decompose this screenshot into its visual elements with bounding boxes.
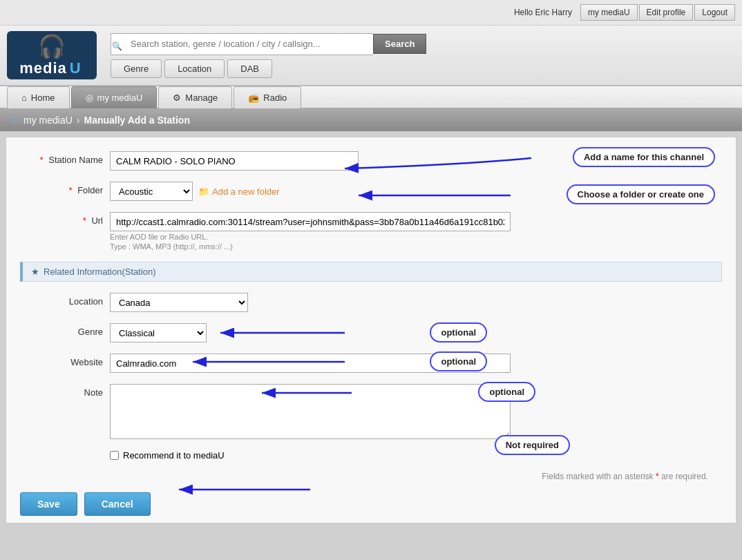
callout-optional-location: optional <box>430 322 487 342</box>
website-row: Website <box>20 354 722 373</box>
nav-pills: Genre Location DAB <box>111 59 735 78</box>
url-label: * Url <box>20 212 103 226</box>
radio-icon: 📻 <box>248 93 259 103</box>
note-label: Note <box>20 384 103 398</box>
main-nav: ⌂ Home ◎ my mediaU ⚙ Manage 📻 Radio <box>0 86 742 109</box>
logout-button[interactable]: Logout <box>694 4 735 21</box>
my-mediau-button[interactable]: my mediaU <box>580 4 638 21</box>
required-note: Fields marked with an asterisk * are req… <box>20 472 722 481</box>
breadcrumb-separator: › <box>77 115 80 126</box>
tab-home-label: Home <box>31 93 55 103</box>
search-button[interactable]: Search <box>373 34 426 54</box>
url-hint2: Type : WMA, MP3 (http://, mms:// ...) <box>110 242 511 251</box>
tab-manage[interactable]: ⚙ Manage <box>158 86 232 108</box>
tab-home[interactable]: ⌂ Home <box>7 86 70 108</box>
required-star-url: * <box>83 215 86 226</box>
breadcrumb: ◎ my mediaU › Manually Add a Station <box>0 109 742 131</box>
tab-radio[interactable]: 📻 Radio <box>234 86 301 108</box>
header: 🎧 mediaU 🔍 Search Genre Location DAB <box>0 26 742 86</box>
genre-label: Genre <box>20 323 103 337</box>
search-area: 🔍 Search Genre Location DAB <box>111 33 735 78</box>
callout-optional-website: optional <box>478 382 535 402</box>
recommend-label: Recommend it to mediaU <box>123 450 225 461</box>
tab-manage-label: Manage <box>185 93 218 103</box>
station-name-label: * Station Name <box>20 151 103 165</box>
breadcrumb-current: Manually Add a Station <box>84 115 190 126</box>
tab-my-mediau-label: my mediaU <box>97 93 143 103</box>
url-input[interactable] <box>110 212 511 231</box>
recommend-checkbox[interactable] <box>110 451 119 460</box>
recommend-checkbox-row: Recommend it to mediaU <box>110 450 225 461</box>
section-related: ★ Related Information(Station) <box>20 262 722 282</box>
location-label: Location <box>20 293 103 307</box>
save-button[interactable]: Save <box>20 492 77 516</box>
manage-icon: ⚙ <box>173 93 181 103</box>
required-star-folder: * <box>68 185 72 195</box>
folder-label: * Folder <box>20 182 103 195</box>
note-textarea[interactable] <box>110 384 511 439</box>
logo: 🎧 mediaU <box>7 31 97 79</box>
folder-icon: 📁 <box>198 186 209 197</box>
location-select[interactable]: Canada United States United Kingdom Aust… <box>110 293 248 312</box>
recommend-row: Recommend it to mediaU <box>110 450 722 461</box>
section-star-icon: ★ <box>31 267 39 277</box>
form-buttons: Save Cancel <box>20 492 722 516</box>
note-row: Note <box>20 384 722 439</box>
add-folder-link[interactable]: 📁 Add a new folder <box>198 186 280 197</box>
callout-add-channel-name: Add a name for this channel <box>573 147 715 167</box>
location-row: Location Canada United States United Kin… <box>20 293 722 312</box>
callout-optional-genre: optional <box>430 351 487 371</box>
cancel-button[interactable]: Cancel <box>84 492 151 516</box>
my-mediau-icon: ◎ <box>86 93 93 103</box>
folder-controls: Acoustic Pop Jazz Classical 📁 Add a new … <box>110 182 280 201</box>
top-bar: Hello Eric Harry my mediaU Edit profile … <box>0 0 742 26</box>
genre-pill[interactable]: Genre <box>111 59 162 78</box>
folder-select[interactable]: Acoustic Pop Jazz Classical <box>110 182 193 201</box>
dab-pill[interactable]: DAB <box>227 59 272 78</box>
callout-choose-folder: Choose a folder or create one <box>567 184 716 204</box>
website-label: Website <box>20 354 103 367</box>
url-hint1: Enter AOD file or Radio URL. <box>110 233 511 241</box>
main-content: * Station Name * Folder Acoustic Pop Jaz… <box>6 137 736 523</box>
home-icon: ⌂ <box>21 93 27 103</box>
tab-my-mediau[interactable]: ◎ my mediaU <box>71 86 158 108</box>
station-name-input[interactable] <box>110 151 359 171</box>
location-pill[interactable]: Location <box>164 59 225 78</box>
edit-profile-button[interactable]: Edit profile <box>639 4 694 21</box>
url-row: * Url Enter AOD file or Radio URL. Type … <box>20 212 722 251</box>
tab-radio-label: Radio <box>263 93 287 103</box>
required-star: * <box>40 155 44 165</box>
user-greeting: Hello Eric Harry <box>514 8 572 17</box>
breadcrumb-icon: ◎ <box>11 115 19 126</box>
callout-not-required: Not required <box>495 435 570 455</box>
logo-text: mediaU <box>19 59 84 77</box>
genre-select[interactable]: Classical Pop Rock Jazz <box>110 323 207 342</box>
breadcrumb-parent[interactable]: my mediaU <box>23 115 73 126</box>
search-input[interactable] <box>111 33 373 55</box>
genre-row: Genre Classical Pop Rock Jazz <box>20 323 722 342</box>
